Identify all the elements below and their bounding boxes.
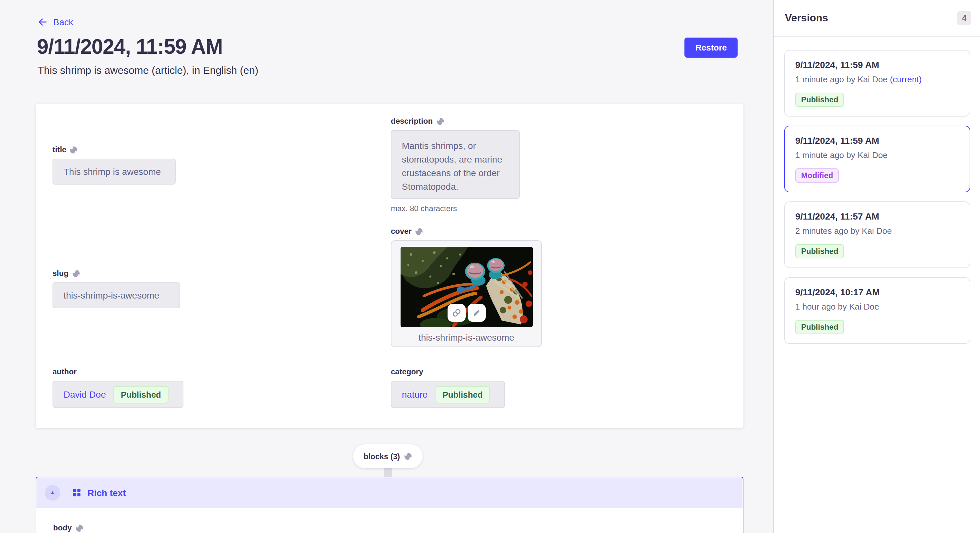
- version-status-badge: Published: [795, 93, 844, 107]
- pencil-icon: [471, 308, 481, 318]
- version-badge-row: Published: [795, 320, 959, 334]
- rich-text-block-header[interactable]: ▲ Rich text: [36, 477, 743, 508]
- category-relation-box: nature Published: [391, 381, 505, 408]
- body-field-label: body: [53, 523, 743, 532]
- author-relation-box: David Doe Published: [52, 381, 183, 408]
- category-link[interactable]: nature: [402, 389, 428, 400]
- field-label-text: category: [391, 367, 423, 376]
- author-status-badge: Published: [114, 385, 168, 403]
- version-status-badge: Modified: [795, 168, 839, 182]
- restore-button[interactable]: Restore: [684, 38, 738, 58]
- author-field-group: author David Doe Published: [52, 367, 183, 408]
- title-field-label: title: [52, 145, 176, 154]
- title-field: This shrimp is awesome: [52, 159, 176, 185]
- blocks-field-pill: blocks (3): [353, 444, 423, 468]
- rich-text-block-body: body: [36, 508, 743, 532]
- version-meta-text: 1 hour ago by Kai Doe: [795, 302, 879, 311]
- field-label-text: slug: [52, 269, 68, 278]
- rich-text-block: ▲ Rich text body: [36, 477, 743, 533]
- title-field-group: title This shrimp is awesome: [52, 145, 176, 185]
- rich-text-block-title: Rich text: [88, 487, 126, 498]
- version-card[interactable]: 9/11/2024, 11:59 AM 1 minute ago by Kai …: [784, 50, 970, 117]
- version-meta: 1 hour ago by Kai Doe: [795, 302, 959, 311]
- globe-icon: [72, 269, 80, 278]
- back-button[interactable]: Back: [38, 17, 73, 27]
- version-badge-row: Published: [795, 244, 959, 259]
- category-status-badge: Published: [435, 385, 490, 403]
- version-date: 9/11/2024, 11:59 AM: [795, 60, 959, 70]
- page-subtitle: This shrimp is awesome (article), in Eng…: [38, 65, 258, 76]
- globe-icon: [404, 452, 412, 460]
- cover-card: this-shrimp-is-awesome: [391, 240, 542, 347]
- versions-list: 9/11/2024, 11:59 AM 1 minute ago by Kai …: [774, 37, 980, 354]
- description-field-group: description Mantis shrimps, or stomatopo…: [391, 117, 520, 213]
- slug-field-label: slug: [52, 269, 180, 278]
- back-arrow-icon: [38, 17, 48, 27]
- field-label-text: description: [391, 117, 433, 125]
- versions-title: Versions: [785, 12, 828, 24]
- link-icon: [451, 308, 461, 318]
- field-label-text: cover: [391, 227, 412, 236]
- version-meta: 1 minute ago by Kai Doe: [795, 150, 959, 160]
- slug-field-group: slug this-shrimp-is-awesome: [52, 269, 180, 308]
- version-date: 9/11/2024, 11:57 AM: [795, 211, 959, 222]
- cover-field-label: cover: [391, 227, 542, 236]
- version-card[interactable]: 9/11/2024, 11:59 AM 1 minute ago by Kai …: [784, 125, 970, 192]
- version-card[interactable]: 9/11/2024, 11:57 AM 2 minutes ago by Kai…: [784, 201, 970, 268]
- globe-icon: [75, 523, 83, 532]
- author-field-label: author: [52, 367, 183, 376]
- version-meta-text: 1 minute ago by Kai Doe: [795, 150, 888, 160]
- field-label-text: body: [53, 523, 72, 532]
- versions-panel-header: Versions 4: [774, 0, 980, 37]
- page-title: 9/11/2024, 11:59 AM: [37, 35, 223, 59]
- blocks-grid-icon: [73, 488, 81, 497]
- version-card[interactable]: 9/11/2024, 10:17 AM 1 hour ago by Kai Do…: [784, 277, 970, 344]
- version-status-badge: Published: [795, 244, 844, 259]
- version-meta-text: 1 minute ago by Kai Doe: [795, 75, 888, 84]
- cover-link-button[interactable]: [447, 304, 465, 322]
- version-meta: 1 minute ago by Kai Doe (current): [795, 75, 959, 84]
- version-history-page: Back 9/11/2024, 11:59 AM This shrimp is …: [0, 0, 980, 533]
- version-date: 9/11/2024, 10:17 AM: [795, 287, 959, 297]
- cover-caption: this-shrimp-is-awesome: [391, 332, 541, 343]
- version-meta-text: 2 minutes ago by Kai Doe: [795, 226, 892, 236]
- version-meta: 2 minutes ago by Kai Doe: [795, 226, 959, 236]
- version-badge-row: Published: [795, 93, 959, 107]
- description-field: Mantis shrimps, or stomatopods, are mari…: [391, 130, 520, 199]
- field-label-text: author: [52, 367, 77, 376]
- version-badge-row: Modified: [795, 168, 959, 182]
- author-link[interactable]: David Doe: [64, 389, 106, 400]
- version-current-label: (current): [890, 75, 922, 84]
- blocks-pill-label: blocks (3): [364, 452, 400, 461]
- category-field-label: category: [391, 367, 505, 376]
- version-status-badge: Published: [795, 320, 844, 334]
- globe-icon: [415, 227, 423, 235]
- content-card: title This shrimp is awesome slug this-s…: [36, 104, 743, 428]
- category-field-group: category nature Published: [391, 367, 505, 408]
- back-label: Back: [53, 17, 73, 27]
- field-label-text: title: [52, 145, 67, 154]
- description-field-label: description: [391, 117, 520, 125]
- cover-edit-button[interactable]: [467, 304, 485, 322]
- versions-panel: Versions 4 9/11/2024, 11:59 AM 1 minute …: [773, 0, 980, 533]
- collapse-icon: ▲: [50, 490, 55, 495]
- cover-field-group: cover: [391, 227, 542, 347]
- versions-count-badge: 4: [958, 11, 971, 25]
- globe-icon: [436, 117, 444, 125]
- cover-actions: [447, 304, 485, 322]
- version-date: 9/11/2024, 11:59 AM: [795, 135, 959, 146]
- collapse-button[interactable]: ▲: [45, 485, 60, 500]
- description-hint: max. 80 characters: [391, 204, 520, 213]
- slug-field: this-shrimp-is-awesome: [52, 282, 180, 308]
- globe-icon: [70, 145, 78, 154]
